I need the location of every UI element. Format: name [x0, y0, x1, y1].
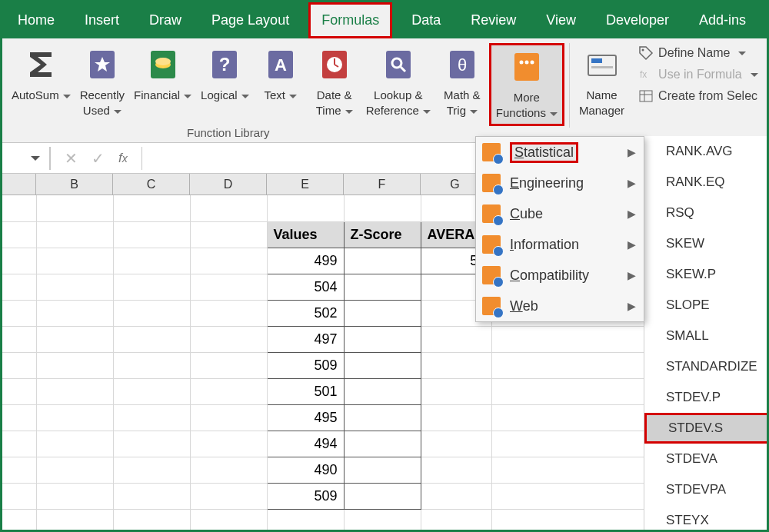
function-item-rank-avg[interactable]: RANK.AVG: [644, 136, 769, 167]
function-item-stdev-p[interactable]: STDEV.P: [644, 382, 769, 413]
cell-value[interactable]: 490: [267, 457, 344, 483]
autosum-button[interactable]: AutoSum: [7, 43, 75, 106]
cell-zscore[interactable]: [344, 378, 421, 404]
svg-text:θ: θ: [458, 55, 467, 75]
menu-item-cube[interactable]: Cube▶: [476, 198, 644, 229]
col-header-d[interactable]: D: [190, 174, 267, 195]
cell-zscore[interactable]: [344, 352, 421, 378]
svg-rect-20: [591, 66, 613, 68]
col-header-b[interactable]: B: [36, 174, 113, 195]
cell-zscore[interactable]: [344, 274, 421, 300]
cell[interactable]: [421, 378, 492, 404]
text-button[interactable]: A Text: [254, 43, 308, 106]
financial-button[interactable]: Financial: [129, 43, 196, 106]
svg-point-3: [155, 58, 171, 65]
cell-value[interactable]: 509: [267, 483, 344, 509]
datetime-button[interactable]: Date & Time: [308, 43, 361, 121]
name-box[interactable]: [2, 147, 50, 170]
function-item-rsq[interactable]: RSQ: [644, 198, 769, 228]
cell-value[interactable]: 504: [267, 274, 344, 300]
tab-draw[interactable]: Draw: [138, 5, 192, 36]
menu-item-statistical[interactable]: Statistical▶: [476, 137, 644, 168]
category-icon: [482, 266, 501, 284]
cell[interactable]: [421, 483, 492, 509]
cell-value[interactable]: 502: [267, 300, 344, 326]
cell[interactable]: [421, 457, 492, 483]
tab-review[interactable]: Review: [460, 5, 527, 36]
svg-text:A: A: [275, 55, 287, 75]
tab-home[interactable]: Home: [7, 5, 65, 36]
logical-button[interactable]: ? Logical: [196, 43, 254, 106]
lookup-button[interactable]: Lookup & Reference: [361, 43, 435, 121]
col-header-e[interactable]: E: [267, 174, 344, 195]
sigma-icon: [23, 46, 58, 83]
function-item-stdev-s[interactable]: STDEV.S: [644, 413, 769, 444]
tab-pagelayout[interactable]: Page Layout: [201, 5, 300, 36]
svg-point-15: [519, 61, 523, 65]
cell-value[interactable]: 494: [267, 431, 344, 457]
question-book-icon: ?: [207, 46, 242, 83]
function-item-rank-eq[interactable]: RANK.EQ: [644, 167, 769, 198]
cell-value[interactable]: 509: [267, 352, 344, 378]
function-item-skew-p[interactable]: SKEW.P: [644, 259, 769, 290]
mathtrig-button[interactable]: θ Math & Trig: [435, 43, 489, 121]
svg-text:?: ?: [219, 54, 231, 75]
ribbon-tabstrip: Home Insert Draw Page Layout Formulas Da…: [2, 2, 767, 38]
function-item-skew[interactable]: SKEW: [644, 228, 769, 259]
function-item-small[interactable]: SMALL: [644, 321, 769, 351]
tab-data[interactable]: Data: [401, 5, 451, 36]
tab-addins[interactable]: Add-ins: [688, 5, 757, 36]
chevron-right-icon: ▶: [628, 208, 636, 220]
svg-point-21: [642, 49, 644, 52]
function-item-standardize[interactable]: STANDARDIZE: [644, 351, 769, 382]
fx-icon[interactable]: fx: [118, 151, 128, 166]
cell[interactable]: [421, 431, 492, 457]
col-header-c[interactable]: C: [113, 174, 190, 195]
tab-developer[interactable]: Developer: [595, 5, 680, 36]
category-icon: [482, 235, 501, 254]
tab-formulas[interactable]: Formulas: [308, 2, 392, 38]
cell-value[interactable]: 501: [267, 378, 344, 404]
cell-header-zscore[interactable]: Z-Score: [344, 221, 421, 248]
menu-item-information[interactable]: Information▶: [476, 229, 644, 260]
create-from-selection-button[interactable]: Create from Selec: [635, 86, 761, 106]
cell-zscore[interactable]: [344, 431, 421, 457]
cell-zscore[interactable]: [344, 248, 421, 274]
cell-zscore[interactable]: [344, 483, 421, 509]
star-book-icon: [85, 46, 120, 83]
cell-header-values[interactable]: Values: [267, 221, 344, 248]
function-item-slope[interactable]: SLOPE: [644, 290, 769, 321]
col-header-f[interactable]: F: [344, 174, 421, 195]
cell-zscore[interactable]: [344, 457, 421, 483]
text-book-icon: A: [263, 46, 298, 83]
more-book-icon: [509, 48, 544, 85]
cancel-icon: ✕: [65, 149, 78, 168]
tab-view[interactable]: View: [535, 5, 587, 36]
menu-item-web[interactable]: Web▶: [476, 291, 644, 321]
function-item-stdevpa[interactable]: STDEVPA: [644, 474, 769, 505]
cell-zscore[interactable]: [344, 300, 421, 326]
name-manager-button[interactable]: Name Manager: [574, 43, 629, 121]
svg-rect-18: [588, 55, 616, 75]
cell[interactable]: [421, 326, 492, 352]
cell-value[interactable]: 499: [267, 248, 344, 274]
coins-book-icon: [145, 46, 181, 83]
cell-value[interactable]: 497: [267, 326, 344, 352]
cell-zscore[interactable]: [344, 404, 421, 431]
menu-item-engineering[interactable]: Engineering▶: [476, 168, 644, 198]
menu-item-compatibility[interactable]: Compatibility▶: [476, 260, 644, 291]
use-in-formula-button: fx Use in Formula: [635, 65, 761, 85]
define-name-button[interactable]: Define Name: [635, 43, 761, 63]
tab-insert[interactable]: Insert: [74, 5, 130, 36]
function-item-steyx[interactable]: STEYX: [644, 505, 769, 532]
recently-used-button[interactable]: Recently Used: [75, 43, 129, 121]
enter-icon: ✓: [92, 149, 105, 168]
select-all-corner[interactable]: [2, 174, 36, 195]
svg-point-17: [530, 61, 534, 65]
more-functions-button[interactable]: More Functions: [489, 43, 564, 126]
function-item-stdeva[interactable]: STDEVA: [644, 444, 769, 474]
cell[interactable]: [421, 352, 492, 378]
cell-value[interactable]: 495: [267, 404, 344, 431]
cell-zscore[interactable]: [344, 326, 421, 352]
cell[interactable]: [421, 404, 492, 431]
